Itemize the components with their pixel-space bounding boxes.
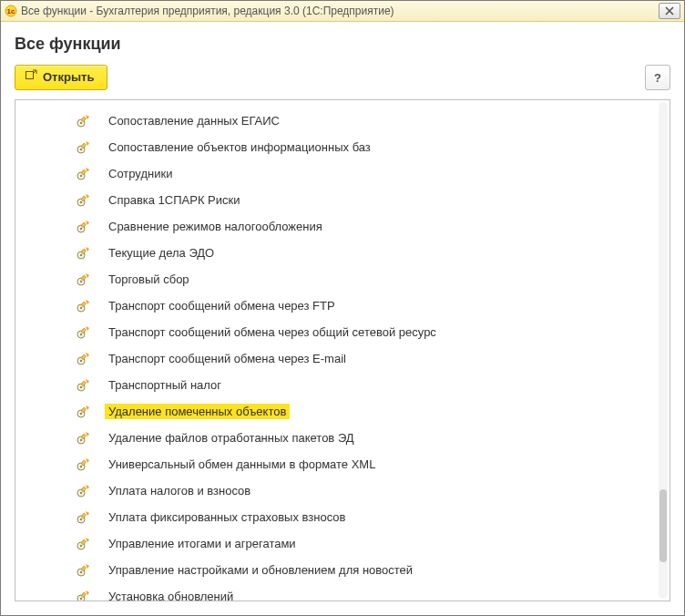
tree-item-label: Сотрудники xyxy=(105,166,176,181)
tree-item-label: Справка 1СПАРК Риски xyxy=(105,192,243,208)
svg-marker-33 xyxy=(86,273,89,278)
svg-marker-61 xyxy=(86,458,89,463)
svg-marker-9 xyxy=(86,115,89,119)
svg-point-67 xyxy=(80,518,82,519)
processing-icon xyxy=(76,324,92,341)
tree-item-label: Транспорт сообщений обмена через общий с… xyxy=(105,324,440,340)
tree-container: Сопоставление данных ЕГАИС Сопоставление… xyxy=(15,99,670,601)
svg-point-7 xyxy=(80,121,82,123)
tree-item[interactable]: Транспортный налог xyxy=(15,372,657,398)
svg-point-35 xyxy=(80,306,82,308)
help-button[interactable]: ? xyxy=(645,65,670,90)
svg-rect-52 xyxy=(81,407,86,413)
svg-rect-20 xyxy=(81,196,86,201)
titlebar: 1c Все функции - Бухгалтерия предприятия… xyxy=(1,1,684,22)
svg-marker-69 xyxy=(86,511,89,516)
svg-rect-80 xyxy=(81,592,86,598)
tree-item-label: Текущие дела ЭДО xyxy=(105,245,218,261)
1c-logo-icon: 1c xyxy=(5,5,17,17)
svg-rect-76 xyxy=(81,566,86,571)
tree-item[interactable]: Сопоставление объектов информационных ба… xyxy=(15,134,657,160)
processing-icon xyxy=(76,457,92,473)
processing-icon xyxy=(76,589,92,601)
tree-item-label: Уплата налогов и взносов xyxy=(105,483,254,498)
svg-marker-77 xyxy=(86,564,89,569)
close-button[interactable] xyxy=(659,3,680,19)
processing-icon xyxy=(76,562,92,579)
tree-item[interactable]: Справка 1СПАРК Риски xyxy=(15,187,657,213)
tree-item[interactable]: Транспорт сообщений обмена через общий с… xyxy=(15,319,657,345)
scrollbar-thumb[interactable] xyxy=(659,489,667,562)
svg-point-51 xyxy=(80,412,82,414)
svg-point-27 xyxy=(80,253,82,255)
tree-item[interactable]: Управление настройками и обновлением для… xyxy=(15,557,657,583)
svg-marker-17 xyxy=(86,168,89,172)
svg-marker-53 xyxy=(86,406,89,410)
tree-item[interactable]: Сравнение режимов налогообложения xyxy=(15,213,657,240)
svg-marker-41 xyxy=(86,326,89,331)
tree-scroll[interactable]: Сопоставление данных ЕГАИС Сопоставление… xyxy=(15,100,657,601)
window-title: Все функции - Бухгалтерия предприятия, р… xyxy=(21,5,659,17)
svg-point-11 xyxy=(80,148,82,149)
svg-rect-72 xyxy=(81,539,86,545)
processing-icon xyxy=(76,404,92,420)
svg-marker-45 xyxy=(86,353,89,357)
svg-rect-64 xyxy=(81,487,86,492)
tree-item[interactable]: Установка обновлений xyxy=(15,583,657,601)
tree-item[interactable]: Текущие дела ЭДО xyxy=(15,240,657,266)
tree-item-label: Сопоставление данных ЕГАИС xyxy=(105,113,283,128)
svg-rect-24 xyxy=(81,222,86,228)
processing-icon xyxy=(76,298,92,314)
svg-rect-56 xyxy=(81,434,86,439)
svg-rect-40 xyxy=(81,328,86,334)
tree-item[interactable]: Транспорт сообщений обмена через FTP xyxy=(15,293,657,319)
tree-item-label: Торговый сбор xyxy=(105,272,193,287)
svg-point-19 xyxy=(80,200,82,202)
svg-rect-16 xyxy=(81,169,86,175)
tree-item[interactable]: Уплата налогов и взносов xyxy=(15,477,657,504)
tree-item[interactable]: Универсальный обмен данными в формате XM… xyxy=(15,451,657,477)
svg-marker-21 xyxy=(86,194,89,199)
svg-rect-68 xyxy=(81,513,86,518)
processing-icon xyxy=(76,139,92,156)
tree-item[interactable]: Сопоставление данных ЕГАИС xyxy=(15,108,657,134)
tree-item-label: Управление итогами и агрегатами xyxy=(105,536,300,551)
tree-item-label: Сравнение режимов налогообложения xyxy=(105,219,326,234)
open-button-label: Открыть xyxy=(43,70,94,84)
tree-item[interactable]: Торговый сбор xyxy=(15,266,657,293)
svg-marker-57 xyxy=(86,432,89,436)
tree-item[interactable]: Сотрудники xyxy=(15,160,657,187)
svg-rect-36 xyxy=(81,302,86,307)
processing-icon xyxy=(76,536,92,552)
processing-icon xyxy=(76,219,92,235)
open-icon xyxy=(25,69,37,85)
processing-icon xyxy=(76,166,92,182)
svg-marker-49 xyxy=(86,379,89,384)
toolbar: Открыть ? xyxy=(15,65,670,90)
tree-item[interactable]: Транспорт сообщений обмена через E-mail xyxy=(15,345,657,372)
svg-rect-12 xyxy=(81,143,86,149)
svg-point-71 xyxy=(80,544,82,546)
svg-rect-4 xyxy=(26,72,34,79)
svg-marker-29 xyxy=(86,247,89,252)
scrollbar[interactable] xyxy=(659,102,668,599)
tree-item[interactable]: Управление итогами и агрегатами xyxy=(15,530,657,557)
tree-item[interactable]: Удаление помеченных объектов xyxy=(15,398,657,425)
content-area: Все функции Открыть ? Сопоставлен xyxy=(1,22,684,615)
svg-rect-44 xyxy=(81,354,86,360)
svg-marker-81 xyxy=(86,590,89,595)
processing-icon xyxy=(76,245,92,262)
tree-item[interactable]: Удаление файлов отработанных пакетов ЭД xyxy=(15,425,657,451)
svg-point-63 xyxy=(80,491,82,493)
svg-point-55 xyxy=(80,438,82,440)
tree-item-label: Установка обновлений xyxy=(105,589,237,601)
tree-item-label: Сопоставление объектов информационных ба… xyxy=(105,139,374,155)
tree-item[interactable]: Уплата фиксированных страховых взносов xyxy=(15,504,657,530)
tree-item-label: Удаление файлов отработанных пакетов ЭД xyxy=(105,430,358,446)
tree-item-label: Транспортный налог xyxy=(105,377,225,393)
open-button[interactable]: Открыть xyxy=(15,65,107,90)
tree-item-label: Транспорт сообщений обмена через FTP xyxy=(105,298,339,313)
svg-marker-73 xyxy=(86,538,89,542)
svg-marker-13 xyxy=(86,141,89,146)
processing-icon xyxy=(76,509,92,526)
